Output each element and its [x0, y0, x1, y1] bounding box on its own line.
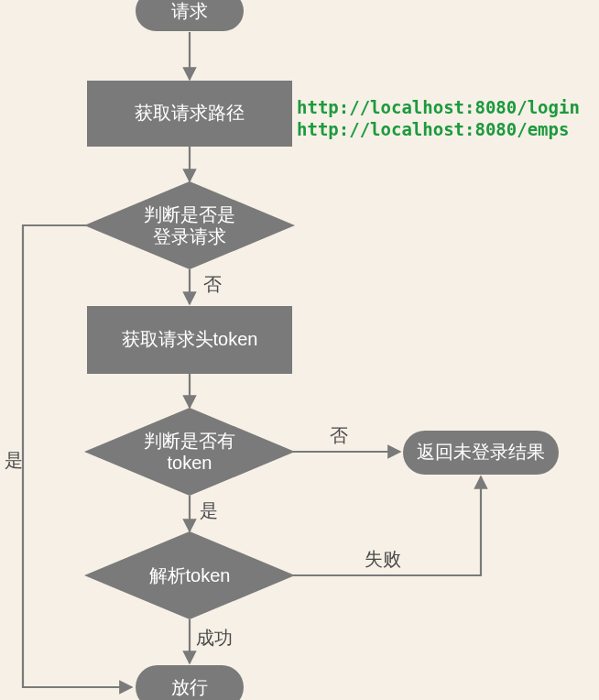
node-parse-token-label: 解析token — [149, 565, 231, 585]
node-is-login: 判断是否是 登录请求 — [84, 181, 295, 269]
node-start: 请求 — [136, 0, 244, 31]
svg-marker-4 — [84, 408, 295, 496]
node-not-logged-in-label: 返回未登录结果 — [417, 442, 545, 462]
node-has-token-label1: 判断是否有 — [144, 431, 235, 451]
node-get-path: 获取请求路径 — [87, 81, 292, 147]
edge-label-parsetoken-fail: 失败 — [365, 549, 401, 569]
edge-label-parsetoken-ok: 成功 — [196, 628, 233, 648]
node-is-login-label2: 登录请求 — [153, 226, 226, 246]
node-pass-label: 放行 — [171, 677, 208, 697]
node-pass: 放行 — [136, 665, 244, 700]
edge-label-islogin-yes: 是 — [5, 450, 23, 470]
edge-label-hastoken-yes: 是 — [200, 500, 218, 520]
node-parse-token: 解析token — [84, 531, 295, 619]
node-start-label: 请求 — [171, 1, 208, 21]
edge-label-hastoken-no: 否 — [330, 425, 348, 445]
annotation-url-1: http://localhost:8080/login — [297, 97, 580, 117]
node-get-token-label: 获取请求头token — [122, 329, 258, 349]
edge-label-islogin-no: 否 — [203, 274, 222, 294]
node-has-token-label2: token — [168, 453, 212, 473]
svg-marker-2 — [84, 181, 295, 269]
annotation-url-2: http://localhost:8080/emps — [297, 119, 569, 139]
node-get-path-label: 获取请求路径 — [135, 103, 245, 123]
node-get-token: 获取请求头token — [87, 306, 292, 374]
node-is-login-label1: 判断是否是 — [144, 204, 235, 224]
node-not-logged-in: 返回未登录结果 — [403, 431, 559, 475]
node-has-token: 判断是否有 token — [84, 408, 295, 496]
